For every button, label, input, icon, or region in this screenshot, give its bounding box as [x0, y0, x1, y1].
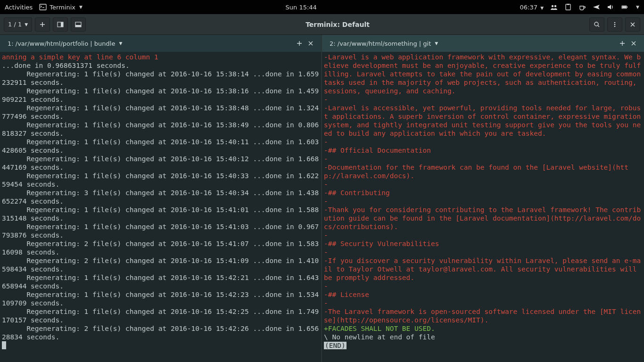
pane-add-button[interactable]: [294, 38, 305, 49]
terminal-line: Regenerating: 1 file(s) changed at 2016-…: [2, 172, 319, 189]
pane-title-label: 2: /var/www/html/something | git: [330, 40, 431, 47]
terminal-line: Regenerating: 1 file(s) changed at 2016-…: [2, 121, 319, 138]
terminal-line: -## Official Documentation: [324, 146, 642, 155]
terminal-icon: [39, 3, 47, 11]
terminal-line: -: [324, 95, 642, 104]
terminal-line: Regenerating: 1 file(s) changed at 2016-…: [2, 155, 319, 172]
terminal-line: Regenerating: 1 file(s) changed at 2016-…: [2, 222, 319, 239]
terminal-line: -## Security Vulnerabilities: [324, 239, 642, 248]
session-switcher[interactable]: 1 / 1▼: [4, 17, 32, 32]
chevron-down-icon: ▼: [25, 22, 28, 27]
chevron-down-icon: ▼: [119, 41, 122, 46]
pane-titlebar[interactable]: 2: /var/www/html/something | git ▼: [322, 35, 644, 52]
terminal-line: -: [324, 180, 642, 189]
caffeine-icon[interactable]: [578, 3, 586, 11]
chevron-down-icon: ▼: [540, 6, 544, 10]
terminal-line: Regenerating: 1 file(s) changed at 2016-…: [2, 206, 319, 222]
svg-point-15: [614, 25, 616, 27]
app-menu-label: Terminix: [50, 4, 75, 11]
svg-point-12: [594, 22, 598, 26]
airplane-icon[interactable]: [593, 3, 600, 11]
svg-point-14: [614, 24, 616, 25]
close-icon: [631, 41, 636, 46]
svg-rect-11: [75, 25, 81, 27]
cursor: [2, 341, 319, 350]
clipboard-icon[interactable]: [564, 3, 572, 11]
terminal-line: -: [324, 248, 642, 256]
clock-center[interactable]: Sun 15:44: [286, 4, 317, 11]
split-down-button[interactable]: [71, 17, 86, 32]
terminal-line: -## Contributing: [324, 189, 642, 197]
terminal-output[interactable]: -Laravel is a web application framework …: [322, 52, 644, 362]
chevron-down-icon: ▼: [435, 41, 438, 46]
svg-rect-7: [622, 6, 626, 8]
pane-titlebar[interactable]: 1: /var/www/html/portfolio | bundle ▼: [0, 35, 321, 52]
svg-rect-4: [567, 4, 569, 5]
split-right-button[interactable]: [53, 17, 68, 32]
terminal-line: Regenerating: 1 file(s) changed at 2016-…: [2, 87, 319, 104]
pane-add-button[interactable]: [617, 38, 628, 49]
volume-icon[interactable]: [607, 3, 614, 11]
svg-rect-3: [566, 4, 570, 10]
chevron-down-icon: ▼: [636, 5, 639, 9]
terminal-line: Regenerating: 2 file(s) changed at 2016-…: [2, 239, 319, 256]
terminal-split: 1: /var/www/html/portfolio | bundle ▼ an…: [0, 35, 644, 362]
terminal-line: anning a simple key at line 6 column 1: [2, 53, 319, 61]
pane-title-label: 1: /var/www/html/portfolio | bundle: [8, 40, 115, 47]
plus-icon: [297, 41, 302, 46]
terminal-line: -: [324, 155, 642, 163]
pane-close-button[interactable]: [628, 38, 639, 49]
close-icon: [629, 21, 636, 28]
terminal-line: \ No newline at end of file: [324, 333, 642, 341]
terminal-line: -Laravel is a web application framework …: [324, 53, 642, 95]
terminal-line: -Laravel is accessible, yet powerful, pr…: [324, 104, 642, 138]
svg-rect-6: [627, 7, 628, 8]
search-button[interactable]: [589, 17, 604, 32]
terminal-line: -: [324, 138, 642, 146]
search-icon: [594, 21, 600, 28]
terminal-line: -: [324, 299, 642, 307]
clock-right[interactable]: 06:37 ▼: [520, 4, 544, 11]
terminal-output[interactable]: anning a simple key at line 6 column 1..…: [0, 52, 321, 362]
terminal-line: Regenerating: 1 file(s) changed at 2016-…: [2, 138, 319, 155]
terminal-line: -The Laravel framework is open-sourced s…: [324, 307, 642, 324]
battery-icon[interactable]: [621, 3, 628, 11]
app-menu[interactable]: Terminix ▼: [39, 3, 83, 11]
terminal-pane-2: 2: /var/www/html/something | git ▼ -Lara…: [322, 35, 644, 362]
split-down-icon: [75, 21, 82, 28]
menu-button[interactable]: [607, 17, 622, 32]
terminal-line: -: [324, 197, 642, 206]
svg-point-13: [614, 22, 616, 23]
users-icon[interactable]: [550, 3, 558, 11]
terminal-line: -: [324, 231, 642, 239]
terminal-line: Regenerating: 1 file(s) changed at 2016-…: [2, 70, 319, 87]
terminal-line: Regenerating: 1 file(s) changed at 2016-…: [2, 104, 319, 121]
window-title: Terminix: Default: [87, 21, 588, 28]
terminal-line: -: [324, 282, 642, 290]
activities-button[interactable]: Activities: [5, 4, 33, 11]
terminal-pane-1: 1: /var/www/html/portfolio | bundle ▼ an…: [0, 35, 322, 362]
pager-end-marker: (END): [324, 341, 642, 350]
terminal-line: Regenerating: 1 file(s) changed at 2016-…: [2, 290, 319, 307]
terminal-line: -Documentation for the framework can be …: [324, 163, 642, 180]
split-right-icon: [57, 21, 64, 28]
pane-close-button[interactable]: [305, 38, 316, 49]
terminal-line: -## License: [324, 290, 642, 299]
header-bar: 1 / 1▼ Terminix: Default: [0, 14, 644, 35]
terminal-line: -Thank you for considering contributing …: [324, 206, 642, 231]
terminal-line: Regenerating: 1 file(s) changed at 2016-…: [2, 307, 319, 324]
close-window-button[interactable]: [625, 17, 640, 32]
chevron-down-icon: ▼: [79, 5, 83, 9]
terminal-line: +FACADES SHALL NOT BE USED.: [324, 324, 642, 333]
terminal-line: ...done in 0.968631371 seconds.: [2, 61, 319, 70]
terminal-line: -If you discover a security vulnerabilit…: [324, 256, 642, 282]
plus-icon: [39, 21, 46, 28]
plus-icon: [619, 41, 625, 46]
close-icon: [308, 41, 314, 46]
svg-rect-9: [61, 22, 63, 27]
kebab-icon: [611, 21, 618, 28]
new-session-button[interactable]: [35, 17, 50, 32]
terminal-line: Regenerating: 1 file(s) changed at 2016-…: [2, 273, 319, 290]
terminal-line: Regenerating: 2 file(s) changed at 2016-…: [2, 256, 319, 273]
gnome-top-bar: Activities Terminix ▼ Sun 15:44 06:37 ▼ …: [0, 0, 644, 14]
